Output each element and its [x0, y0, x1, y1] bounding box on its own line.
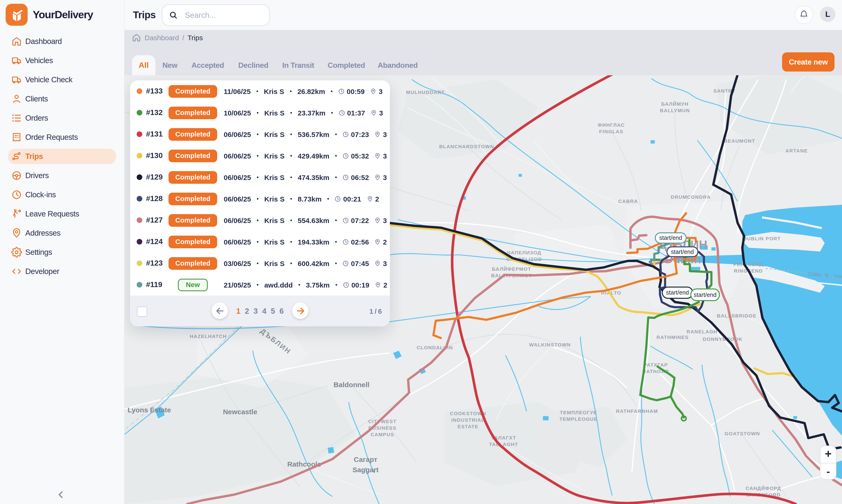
- svg-text:CAMPUS: CAMPUS: [371, 432, 394, 437]
- svg-text:BEAUMONT: BEAUMONT: [724, 138, 755, 144]
- svg-text:Сагарт: Сагарт: [354, 456, 377, 463]
- svg-text:БАЛЙМУН: БАЛЙМУН: [661, 101, 688, 107]
- svg-text:RANELAGH: RANELAGH: [687, 329, 718, 334]
- svg-text:CABRA: CABRA: [618, 198, 638, 204]
- svg-text:TEMPLEOGUE: TEMPLEOGUE: [559, 416, 598, 422]
- svg-text:ESTATE: ESTATE: [458, 424, 478, 429]
- svg-text:РАТХГАР: РАТХГАР: [643, 362, 668, 367]
- svg-text:БАЛЙФЕРМОТ: БАЛЙФЕРМОТ: [492, 266, 531, 272]
- svg-text:DUBLIN PORT: DUBLIN PORT: [743, 236, 781, 241]
- svg-text:Saggart: Saggart: [353, 466, 379, 474]
- svg-text:RATHFARNHAM: RATHFARNHAM: [616, 408, 658, 414]
- svg-text:GOATSTOWN: GOATSTOWN: [724, 431, 760, 436]
- svg-text:BALLYMUN: BALLYMUN: [660, 108, 690, 113]
- svg-text:BLANCHARDSTOWN: BLANCHARDSTOWN: [439, 144, 494, 149]
- svg-text:ЧАПЕЛИЗОД: ЧАПЕЛИЗОД: [507, 250, 542, 255]
- svg-text:ФИНГЛАС: ФИНГЛАС: [598, 122, 624, 128]
- svg-text:САНДЙФОРД: САНДЙФОРД: [745, 486, 781, 491]
- svg-text:BALLSBRIDGE: BALLSBRIDGE: [717, 313, 756, 318]
- svg-text:INDUSTRIAL: INDUSTRIAL: [451, 417, 485, 422]
- svg-text:ТЕМПЛЕОГУЕ: ТЕМПЛЕОГУЕ: [560, 410, 597, 415]
- svg-text:FINGLAS: FINGLAS: [599, 129, 623, 134]
- svg-text:РИНГСЕНД: РИНГСЕНД: [734, 262, 763, 267]
- svg-text:Newcastle: Newcastle: [223, 408, 257, 416]
- svg-text:Lyons Estate: Lyons Estate: [127, 406, 171, 414]
- svg-text:TALLAGHT: TALLAGHT: [489, 442, 518, 447]
- svg-text:RATHMINES: RATHMINES: [656, 335, 689, 340]
- svg-text:Baldonnell: Baldonnell: [333, 381, 369, 389]
- svg-text:HAZELHATCH: HAZELHATCH: [190, 334, 227, 339]
- svg-text:MULHUDDART: MULHUDDART: [406, 90, 445, 95]
- svg-text:DRUMCONDRA: DRUMCONDRA: [671, 194, 711, 200]
- svg-text:ARTANE: ARTANE: [785, 148, 808, 154]
- svg-text:WALKINSTOWN: WALKINSTOWN: [529, 342, 571, 347]
